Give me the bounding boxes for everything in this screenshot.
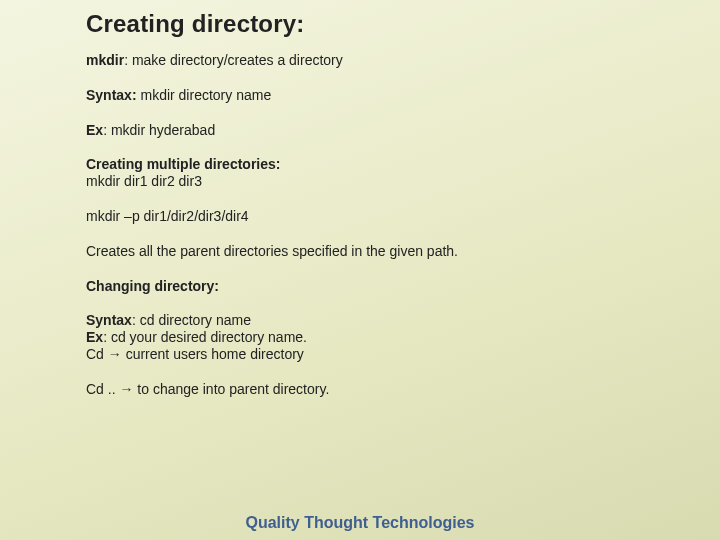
cd-example: Ex: cd your desired directory name. xyxy=(86,329,702,346)
cd-example-label: Ex xyxy=(86,329,103,345)
multi-dir-label: Creating multiple directories: xyxy=(86,156,280,172)
mkdir-example: Ex: mkdir hyderabad xyxy=(86,122,702,139)
cd-syntax: Syntax: cd directory name xyxy=(86,312,702,329)
multi-dir-header: Creating multiple directories: xyxy=(86,156,702,173)
example-label: Ex xyxy=(86,122,103,138)
cd-syntax-label: Syntax xyxy=(86,312,132,328)
syntax-value: mkdir directory name xyxy=(137,87,272,103)
slide-body: Creating directory: mkdir: make director… xyxy=(0,0,720,540)
mkdir-label: mkdir xyxy=(86,52,124,68)
footer-brand: Quality Thought Technologies xyxy=(0,514,720,532)
cd-example-value: : cd your desired directory name. xyxy=(103,329,307,345)
cd-parent-note: Cd .. → to change into parent directory. xyxy=(86,381,702,398)
example-value: : mkdir hyderabad xyxy=(103,122,215,138)
changing-dir-header: Changing directory: xyxy=(86,278,702,295)
parent-dir-note: Creates all the parent directories speci… xyxy=(86,243,702,260)
changing-dir-label: Changing directory: xyxy=(86,278,219,294)
mkdir-description: : make directory/creates a directory xyxy=(124,52,343,68)
cd-home-note: Cd → current users home directory xyxy=(86,346,702,363)
mkdir-p-command: mkdir –p dir1/dir2/dir3/dir4 xyxy=(86,208,702,225)
multi-dir-command: mkdir dir1 dir2 dir3 xyxy=(86,173,702,190)
slide-title: Creating directory: xyxy=(86,10,702,38)
cd-syntax-value: : cd directory name xyxy=(132,312,251,328)
mkdir-syntax: Syntax: mkdir directory name xyxy=(86,87,702,104)
mkdir-definition: mkdir: make directory/creates a director… xyxy=(86,52,702,69)
syntax-label: Syntax: xyxy=(86,87,137,103)
